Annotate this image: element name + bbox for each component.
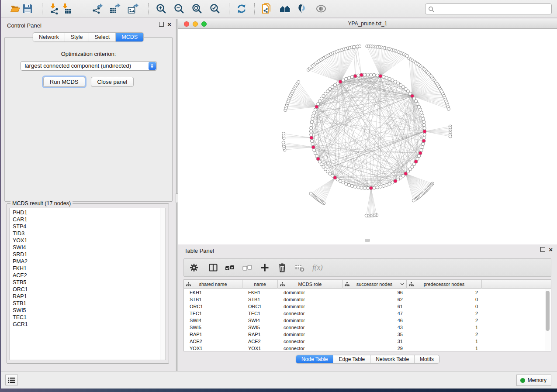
table-cell[interactable]: FKH1 [184,289,242,296]
minimize-window-button[interactable] [193,21,198,27]
table-row[interactable]: SWI5SWI5connector431 [184,324,545,331]
import-network-button[interactable] [48,3,61,15]
mcds-result-item[interactable]: RAP1 [10,293,159,300]
tab-edge-table[interactable]: Edge Table [333,355,370,363]
zoom-fit-button[interactable] [190,3,204,15]
mcds-result-item[interactable]: ACE2 [10,272,159,279]
table-cell[interactable]: 96 [343,289,407,296]
column-header-predecessor-nodes[interactable]: predecessor nodes [407,280,482,289]
close-panel-icon[interactable]: × [167,22,171,27]
tab-network-table[interactable]: Network Table [370,355,414,363]
table-cell[interactable]: 0 [407,303,482,310]
table-scrollbar-track[interactable] [545,289,550,351]
column-header-successor-nodes[interactable]: successor nodes [343,280,407,289]
mcds-result-item[interactable]: CAR1 [10,216,159,223]
mcds-result-item[interactable]: PHD1 [10,209,159,216]
task-history-button[interactable] [5,375,18,385]
table-cell[interactable]: dominator [278,331,343,338]
zoom-selected-button[interactable] [208,3,221,15]
table-row[interactable]: FKH1FKH1dominator962 [184,289,545,296]
column-header-shared-name[interactable]: shared name [184,280,242,289]
table-cell[interactable]: FKH1 [242,289,278,296]
table-cell[interactable]: connector [278,345,343,351]
tab-mcds[interactable]: MCDS [115,33,143,41]
mcds-result-item[interactable]: PMA2 [10,258,159,265]
float-panel-icon[interactable] [159,22,164,27]
table-cell[interactable]: ORC1 [242,303,278,310]
select-all-button[interactable] [222,260,237,275]
tab-network[interactable]: Network [33,33,65,41]
mcds-result-item[interactable]: GCR1 [10,321,159,328]
import-table-button[interactable] [60,3,73,15]
network-home-button[interactable] [278,3,291,15]
mcds-result-item[interactable]: TEC1 [10,314,159,321]
table-cell[interactable]: 0 [407,296,482,303]
export-table-button[interactable] [108,3,121,15]
table-cell[interactable]: SWI5 [242,324,278,331]
mcds-result-item[interactable]: TID3 [10,230,159,237]
table-cell[interactable]: 43 [343,324,407,331]
tab-style[interactable]: Style [65,33,89,41]
open-network-from-web-button[interactable] [260,3,273,15]
mcds-result-item[interactable]: FKH1 [10,265,159,272]
table-cell[interactable]: ACE2 [242,338,278,345]
optimization-criterion-select[interactable]: largest connected component (undirected) [21,61,157,71]
tab-motifs[interactable]: Motifs [414,355,439,363]
table-cell[interactable]: RAP1 [184,331,242,338]
table-cell[interactable]: RAP1 [242,331,278,338]
zoom-out-button[interactable] [173,3,186,15]
mcds-result-item[interactable]: STP4 [10,223,159,230]
table-cell[interactable]: 2 [407,310,482,317]
table-cell[interactable]: connector [278,324,343,331]
mcds-result-item[interactable]: SRD1 [10,251,159,258]
table-cell[interactable]: 62 [343,296,407,303]
table-cell[interactable]: connector [278,310,343,317]
column-header-name[interactable]: name [242,280,278,289]
tab-node-table[interactable]: Node Table [296,355,333,363]
mcds-result-item[interactable]: ORC1 [10,286,159,293]
create-column-button[interactable] [257,260,272,275]
network-graph[interactable] [178,29,557,244]
maximize-window-button[interactable] [201,21,207,27]
search-field[interactable] [425,3,552,14]
mcds-result-item[interactable]: STB1 [10,300,159,307]
export-network-button[interactable] [90,3,104,15]
close-window-button[interactable] [184,21,189,27]
table-cell[interactable]: 61 [343,303,407,310]
table-row[interactable]: ACE2ACE2connector311 [184,338,545,345]
table-settings-button[interactable] [187,260,201,275]
table-row[interactable]: YOX1YOX1connector291 [184,345,545,351]
table-cell[interactable]: 2 [407,289,482,296]
table-cell[interactable]: 1 [407,345,482,351]
table-cell[interactable]: 46 [343,317,407,324]
table-cell[interactable]: dominator [278,296,343,303]
zoom-in-button[interactable] [155,3,168,15]
mcds-result-item[interactable]: SWI4 [10,244,159,251]
mcds-result-item[interactable]: STB5 [10,279,159,286]
memory-button[interactable]: Memory [516,375,551,386]
save-session-button[interactable] [21,3,34,15]
table-row[interactable]: SWI4SWI4dominator462 [184,317,545,324]
hide-graphics-details-button[interactable] [295,3,308,15]
table-cell[interactable]: connector [278,338,343,345]
table-cell[interactable]: STB1 [184,296,242,303]
table-cell[interactable]: ACE2 [184,338,242,345]
table-cell[interactable]: STB1 [242,296,278,303]
tab-select[interactable]: Select [89,33,116,41]
table-cell[interactable]: 1 [407,338,482,345]
search-input[interactable] [436,6,549,12]
mcds-list-scrollbar[interactable] [160,208,166,360]
column-header-MCDS-role[interactable]: MCDS role [278,280,343,289]
refresh-network-button[interactable] [235,3,248,15]
table-cell[interactable]: dominator [278,303,343,310]
table-cell[interactable]: 31 [343,338,407,345]
table-cell[interactable]: SWI4 [184,317,242,324]
close-table-panel-icon[interactable]: × [549,247,553,252]
mcds-result-list[interactable]: PHD1CAR1STP4TID3YOX1SWI4SRD1PMA2FKH1ACE2… [10,208,166,360]
table-cell[interactable]: TEC1 [184,310,242,317]
delete-column-button[interactable] [275,260,290,275]
table-cell[interactable]: YOX1 [184,345,242,351]
table-cell[interactable]: dominator [278,317,343,324]
close-panel-button[interactable]: Close panel [91,77,134,87]
table-row[interactable]: TEC1TEC1connector472 [184,310,545,317]
